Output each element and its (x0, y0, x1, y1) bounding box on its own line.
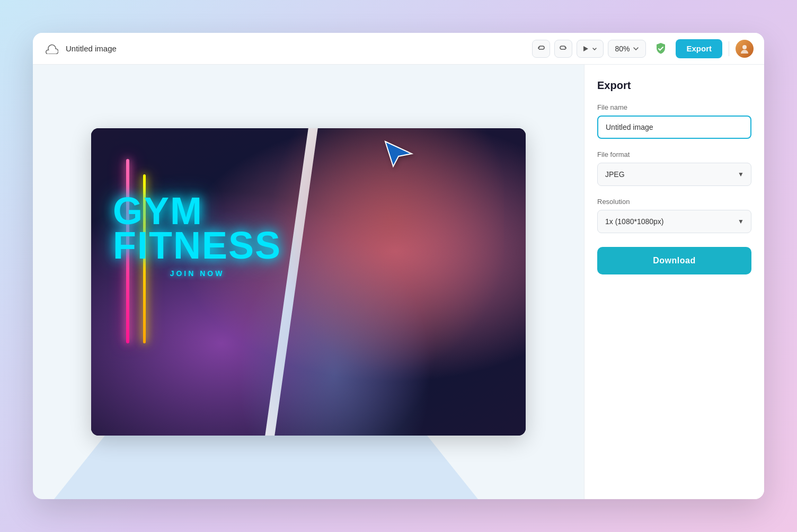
present-button[interactable] (577, 40, 604, 58)
file-name-label: File name (597, 103, 751, 111)
zoom-control[interactable]: 80% (608, 40, 646, 58)
export-button[interactable]: Export (676, 39, 722, 58)
header-divider (729, 41, 729, 56)
file-format-select[interactable]: JPEG PNG WebP PDF (597, 163, 751, 186)
header-left: Untitled image (43, 40, 526, 57)
main-content: GYM FITNESS JOIN NOW Export File name (33, 65, 764, 499)
header-center: 80% (532, 40, 646, 58)
header: Untitled image (33, 33, 764, 65)
shield-icon[interactable] (652, 40, 669, 57)
svg-point-0 (742, 45, 747, 49)
export-panel: Export File name File format JPEG PNG We… (584, 65, 764, 499)
zoom-label: 80% (615, 45, 630, 53)
document-title: Untitled image (66, 44, 117, 53)
file-name-input[interactable] (597, 116, 751, 139)
canvas-card[interactable]: GYM FITNESS JOIN NOW (91, 128, 526, 436)
gym-title-line1: GYM (113, 194, 281, 228)
file-name-group: File name (597, 103, 751, 139)
app-window: Untitled image (33, 33, 764, 499)
header-right: Export (652, 39, 754, 58)
resolution-group: Resolution 1x (1080*1080px) 2x (2160*216… (597, 198, 751, 233)
export-panel-title: Export (597, 79, 751, 92)
undo-button[interactable] (532, 40, 550, 58)
resolution-select[interactable]: 1x (1080*1080px) 2x (2160*2160px) 0.5x (… (597, 210, 751, 233)
user-avatar[interactable] (736, 40, 754, 58)
resolution-label: Resolution (597, 198, 751, 206)
redo-button[interactable] (554, 40, 572, 58)
resolution-wrapper: 1x (1080*1080px) 2x (2160*2160px) 0.5x (… (597, 210, 751, 233)
person-overlay (222, 128, 504, 436)
file-format-group: File format JPEG PNG WebP PDF ▼ (597, 150, 751, 186)
canvas-image: GYM FITNESS JOIN NOW (91, 128, 526, 436)
cloud-icon (43, 40, 60, 57)
download-button[interactable]: Download (597, 247, 751, 274)
file-format-label: File format (597, 150, 751, 158)
gym-subtitle: JOIN NOW (113, 269, 281, 278)
file-format-wrapper: JPEG PNG WebP PDF ▼ (597, 163, 751, 186)
canvas-area: GYM FITNESS JOIN NOW (33, 65, 584, 499)
gym-title-line2: FITNESS (113, 228, 281, 263)
gym-text: GYM FITNESS JOIN NOW (113, 194, 281, 278)
